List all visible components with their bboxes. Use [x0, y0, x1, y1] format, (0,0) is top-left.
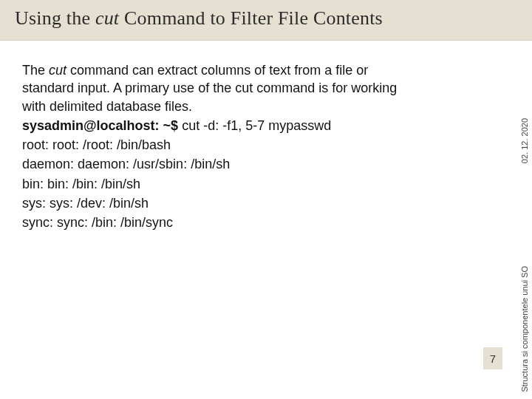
output-line: bin: bin: /bin: /bin/sh — [22, 175, 406, 193]
slide: Using the cut Command to Filter File Con… — [0, 0, 532, 399]
shell-command: cut -d: -f1, 5-7 mypasswd — [178, 118, 331, 133]
command-line: sysadmin@localhost: ~$ cut -d: -f1, 5-7 … — [22, 117, 406, 134]
page-number: 7 — [483, 347, 502, 369]
output-line: daemon: daemon: /usr/sbin: /bin/sh — [22, 155, 406, 173]
intro-cmd: cut — [49, 63, 66, 78]
title-emphasis: cut — [95, 7, 119, 29]
title-bar: Using the cut Command to Filter File Con… — [0, 0, 532, 41]
title-post: Command to Filter File Contents — [119, 7, 383, 29]
slide-title: Using the cut Command to Filter File Con… — [15, 7, 517, 30]
output-line: sync: sync: /bin: /bin/sync — [22, 214, 406, 231]
side-date: 02. 12. 2020 — [520, 118, 529, 163]
page-number-value: 7 — [490, 352, 496, 365]
intro-post: command can extract columns of text from… — [22, 63, 397, 114]
intro-pre: The — [22, 63, 49, 78]
side-text-block: 02. 12. 2020 Structura si componentele u… — [504, 74, 520, 281]
shell-prompt: sysadmin@localhost: ~$ — [22, 118, 178, 133]
intro-paragraph: The cut command can extract columns of t… — [22, 61, 406, 115]
title-pre: Using the — [15, 7, 95, 29]
output-line: root: root: /root: /bin/bash — [22, 136, 406, 154]
slide-body: The cut command can extract columns of t… — [0, 41, 458, 247]
output-line: sys: sys: /dev: /bin/sh — [22, 194, 406, 212]
side-course: Structura si componentele unui SO — [520, 266, 529, 392]
